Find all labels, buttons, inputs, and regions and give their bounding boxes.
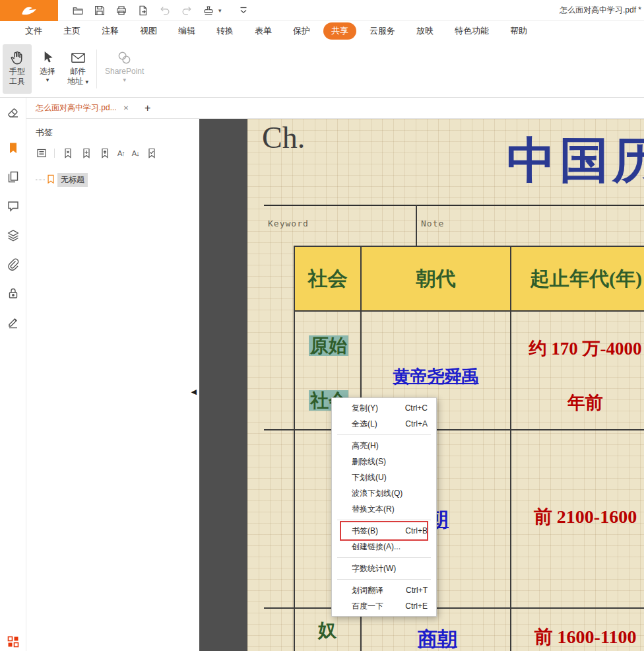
tab-share[interactable]: 共享 (323, 22, 356, 40)
export-icon[interactable] (134, 3, 152, 18)
bookmarks-panel-icon[interactable] (7, 141, 20, 154)
comments-panel-icon[interactable] (7, 199, 20, 213)
table-header-dynasty: 朝代 (360, 246, 511, 312)
pages-panel-icon[interactable] (7, 170, 20, 184)
table-header-society: 社会 (294, 246, 362, 312)
context-menu: 复制(Y)Ctrl+C 全选(L)Ctrl+A 高亮(H) 删除线(S) 下划线… (331, 397, 437, 617)
redo-icon[interactable] (177, 3, 195, 18)
open-file-icon[interactable] (69, 3, 86, 18)
document-tab-label: 怎么面对高中学习.pd... (36, 102, 117, 114)
cell-society-primitive: 原始 (309, 333, 348, 359)
collapse-all-icon[interactable]: A↓ (132, 149, 139, 157)
cell-years-row3: 前 1600-1100 (511, 625, 644, 650)
hand-tool-button[interactable]: 手型 工具 (3, 44, 32, 94)
menu-item-copy[interactable]: 复制(Y)Ctrl+C (332, 400, 436, 416)
cell-years-row2: 前 2100-1600 (511, 504, 644, 530)
quick-access-toolbar: ▾ (69, 3, 253, 18)
menu-item-strikethrough[interactable]: 删除线(S) (332, 454, 436, 469)
menu-separator (337, 434, 431, 435)
menu-item-select-all[interactable]: 全选(L)Ctrl+A (332, 416, 436, 432)
chapter-label: Ch. (262, 120, 305, 155)
tab-help[interactable]: 帮助 (502, 22, 535, 40)
undo-icon[interactable] (156, 3, 174, 18)
tab-close-icon[interactable]: ✕ (123, 104, 129, 112)
bookmark-item-label[interactable]: 无标题 (57, 173, 88, 187)
sharepoint-label: SharePoint (105, 67, 144, 77)
cell-years-row1-line2: 年前 (511, 391, 644, 415)
note-label: Note (421, 219, 444, 228)
menu-bar: 文件 主页 注释 视图 编辑 转换 表单 保护 共享 云服务 放映 特色功能 帮… (0, 21, 644, 41)
cell-society-slave: 奴 (318, 618, 337, 643)
ribbon-separator (96, 50, 97, 88)
tab-file[interactable]: 文件 (17, 22, 50, 40)
tab-comment[interactable]: 注释 (94, 22, 127, 40)
header-rule (264, 205, 644, 206)
delete-bookmark-icon[interactable] (62, 147, 73, 158)
mail-label-2: 地址 ▾ (67, 77, 88, 86)
app-logo[interactable] (0, 0, 58, 21)
menu-item-squiggly[interactable]: 波浪下划线(Q) (332, 485, 436, 501)
envelope-icon (70, 48, 86, 67)
tab-features[interactable]: 特色功能 (447, 22, 497, 40)
security-panel-icon[interactable] (7, 287, 20, 300)
sharepoint-dropdown-icon: ▾ (123, 77, 126, 83)
pdf-page[interactable]: Ch. 中国历史 Keyword Note 社会 朝代 起止年代(年) (247, 119, 644, 651)
mail-label-1: 邮件 (70, 67, 86, 77)
attachments-panel-icon[interactable] (7, 257, 20, 271)
customize-toolbar-icon[interactable] (235, 3, 253, 18)
select-dropdown-icon[interactable]: ▾ (46, 77, 49, 83)
bookmark-tree-item[interactable]: 无标题 (36, 173, 199, 187)
keyword-label: Keyword (268, 219, 309, 228)
bookmark-settings-icon[interactable] (146, 147, 158, 158)
sharepoint-button[interactable]: SharePoint ▾ (101, 44, 148, 94)
tab-convert[interactable]: 转换 (209, 22, 242, 40)
table-row-line-2 (264, 607, 644, 609)
tab-view[interactable]: 视图 (132, 22, 165, 40)
widgets-grid-icon[interactable] (7, 635, 20, 648)
cursor-icon (40, 48, 56, 67)
document-tab[interactable]: 怎么面对高中学习.pd... ✕ (26, 98, 137, 119)
menu-item-underline[interactable]: 下划线(U) (332, 469, 436, 485)
print-icon[interactable] (112, 3, 130, 18)
hand-icon (9, 48, 26, 67)
menu-item-create-link[interactable]: 创建链接(A)... (332, 539, 436, 555)
window-document-title: 怎么面对高中学习.pdf * (560, 5, 644, 16)
menu-item-highlight[interactable]: 高亮(H) (332, 438, 436, 454)
keyword-divider (416, 205, 417, 246)
tab-cloud[interactable]: 云服务 (362, 22, 403, 40)
eraser-icon[interactable] (7, 106, 20, 119)
menu-item-word-count[interactable]: 字数统计(W) (332, 561, 436, 576)
tab-edit[interactable]: 编辑 (170, 22, 203, 40)
select-tool-button[interactable]: 选择 ▾ (33, 44, 62, 94)
add-bookmark-icon[interactable] (80, 147, 92, 158)
tab-form[interactable]: 表单 (247, 22, 280, 40)
stamp-icon[interactable] (199, 3, 217, 18)
bookmark-item-icon (46, 174, 55, 186)
table-vline-1 (294, 312, 295, 651)
menu-item-replace-text[interactable]: 替换文本(R) (332, 501, 436, 517)
layers-panel-icon[interactable] (7, 228, 20, 242)
stamp-dropdown-icon[interactable]: ▾ (218, 7, 222, 14)
tab-home[interactable]: 主页 (55, 22, 88, 40)
menu-item-baidu-search[interactable]: 百度一下Ctrl+E (332, 598, 436, 614)
menu-item-bookmark[interactable]: 书签(B)Ctrl+B (332, 523, 436, 539)
panel-collapse-icon[interactable]: ◀ (191, 388, 197, 396)
save-icon[interactable] (90, 3, 108, 18)
menu-separator (337, 579, 431, 580)
new-tab-button[interactable]: + (137, 102, 158, 114)
panel-options-icon[interactable] (36, 147, 47, 158)
menu-item-translate[interactable]: 划词翻译Ctrl+T (332, 582, 436, 598)
mail-address-button[interactable]: 邮件 地址 ▾ (63, 44, 92, 94)
tab-present[interactable]: 放映 (408, 22, 441, 40)
cell-dynasty-huangdi: 黄帝尧舜禹 (362, 365, 510, 388)
tab-protect[interactable]: 保护 (285, 22, 318, 40)
tree-connector (36, 180, 45, 180)
document-tabstrip: 怎么面对高中学习.pd... ✕ + (26, 98, 644, 119)
expand-all-icon[interactable]: A↑ (117, 149, 125, 157)
move-bookmark-icon[interactable] (99, 147, 110, 158)
table-row-line-1 (264, 429, 644, 430)
signature-panel-icon[interactable] (7, 316, 20, 329)
hand-tool-label-1: 手型 (9, 67, 25, 77)
table-header-years: 起止年代(年) (510, 246, 644, 312)
bookmarks-toolbar: A↑ A↓ (36, 147, 199, 158)
